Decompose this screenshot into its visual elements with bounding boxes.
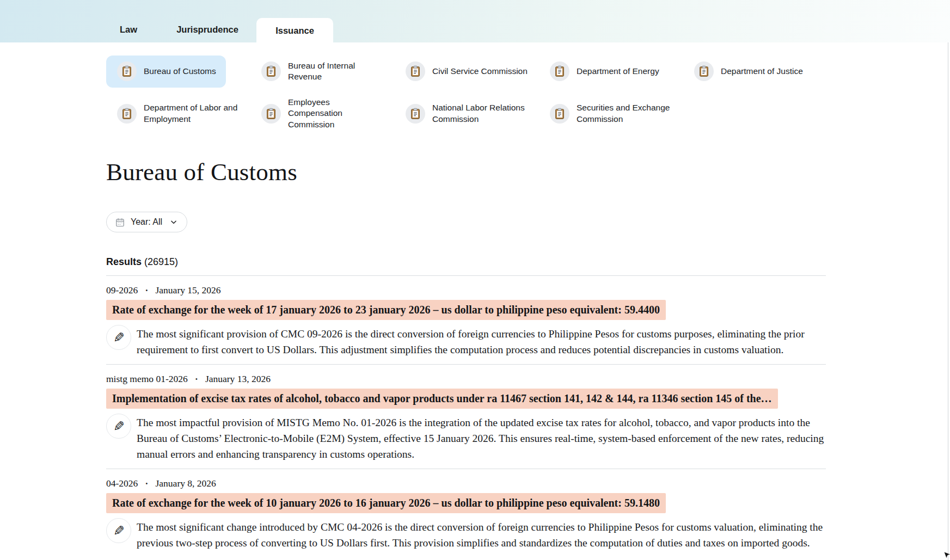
- agency-label: Bureau of Customs: [144, 66, 216, 77]
- results-list: 09-2026 • January 15, 2026 Rate of excha…: [106, 275, 826, 557]
- clipboard-icon: [261, 104, 281, 124]
- clipboard-icon: [406, 61, 425, 81]
- clipboard-icon: [550, 104, 569, 124]
- bullet-separator: •: [195, 376, 198, 383]
- bullet-separator: •: [145, 287, 148, 294]
- result-date: January 13, 2026: [205, 373, 271, 385]
- agency-item-department-of-justice[interactable]: Department of Justice: [683, 56, 813, 88]
- bullet-separator: •: [145, 481, 148, 487]
- clipboard-icon: [550, 61, 569, 81]
- result-item: 04-2026 • January 8, 2026 Rate of exchan…: [106, 469, 826, 557]
- agency-label: Employees Compensation Commission: [288, 97, 385, 130]
- result-title-link[interactable]: Rate of exchange for the week of 17 janu…: [106, 300, 666, 320]
- agency-item-department-of-energy[interactable]: Department of Energy: [539, 56, 669, 88]
- agency-label: Department of Energy: [577, 66, 659, 77]
- agency-item-department-of-labor-and-employment[interactable]: Department of Labor and Employment: [106, 92, 250, 135]
- main-content: Bureau of Customs Year: All Results (269…: [106, 158, 826, 557]
- year-filter-label: Year: All: [131, 217, 162, 227]
- top-tab-bar: Law Jurisprudence Issuance: [0, 0, 950, 42]
- result-date: January 15, 2026: [156, 285, 221, 296]
- result-title-link[interactable]: Implementation of excise tax rates of al…: [106, 389, 778, 409]
- chevron-down-icon: [170, 218, 177, 226]
- result-header: mistg memo 01-2026 • January 13, 2026: [106, 373, 826, 385]
- calendar-icon: [115, 217, 125, 227]
- result-number: 04-2026: [106, 478, 138, 489]
- result-summary-row: ✎ The most impactful provision of MISTG …: [106, 414, 826, 462]
- results-label: Results: [106, 256, 142, 267]
- clipboard-icon: [694, 61, 714, 81]
- clipboard-icon: [406, 104, 425, 124]
- tab-issuance[interactable]: Issuance: [256, 18, 333, 43]
- clipboard-icon: [117, 61, 137, 81]
- agency-label: National Labor Relations Commission: [432, 102, 529, 125]
- agency-label: Civil Service Commission: [432, 66, 528, 77]
- agency-label: Securities and Exchange Commission: [577, 102, 673, 125]
- pen-icon: ✎: [106, 414, 131, 439]
- result-item: mistg memo 01-2026 • January 13, 2026 Im…: [106, 365, 826, 469]
- result-header: 04-2026 • January 8, 2026: [106, 478, 826, 489]
- year-filter-dropdown[interactable]: Year: All: [106, 212, 187, 232]
- agency-item-national-labor-relations-commission[interactable]: National Labor Relations Commission: [395, 92, 539, 135]
- clipboard-icon: [261, 61, 281, 81]
- results-count: (26915): [144, 256, 178, 267]
- agency-item-employees-compensation-commission[interactable]: Employees Compensation Commission: [250, 92, 395, 135]
- agency-label: Department of Justice: [721, 66, 803, 77]
- result-header: 09-2026 • January 15, 2026: [106, 285, 826, 296]
- results-count-line: Results (26915): [106, 256, 826, 268]
- result-summary-row: ✎ The most significant provision of CMC …: [106, 325, 826, 358]
- result-number: 09-2026: [106, 285, 138, 296]
- result-number: mistg memo 01-2026: [106, 373, 188, 385]
- result-date: January 8, 2026: [156, 478, 216, 489]
- tab-law[interactable]: Law: [109, 24, 148, 35]
- scrollbar[interactable]: [948, 42, 950, 560]
- result-summary-row: ✎ The most significant change introduced…: [106, 518, 826, 551]
- result-summary: The most significant change introduced b…: [137, 518, 826, 551]
- pen-icon: ✎: [106, 325, 131, 350]
- agency-grid: Bureau of Customs Bureau of Internal Rev…: [106, 56, 950, 135]
- pen-icon: ✎: [106, 518, 131, 543]
- result-summary: The most significant provision of CMC 09…: [137, 325, 826, 358]
- tab-jurisprudence[interactable]: Jurisprudence: [164, 24, 251, 35]
- agency-item-bureau-of-internal-revenue[interactable]: Bureau of Internal Revenue: [250, 56, 395, 88]
- agency-item-bureau-of-customs[interactable]: Bureau of Customs: [106, 56, 226, 88]
- result-summary: The most impactful provision of MISTG Me…: [137, 414, 826, 462]
- agency-label: Bureau of Internal Revenue: [288, 60, 385, 83]
- clipboard-icon: [117, 104, 137, 124]
- agency-label: Department of Labor and Employment: [144, 102, 241, 125]
- mouse-cursor: [943, 551, 950, 560]
- agency-item-civil-service-commission[interactable]: Civil Service Commission: [395, 56, 537, 88]
- page-title: Bureau of Customs: [106, 158, 826, 186]
- result-title-link[interactable]: Rate of exchange for the week of 10 janu…: [106, 493, 666, 513]
- result-item: 09-2026 • January 15, 2026 Rate of excha…: [106, 276, 826, 365]
- agency-item-securities-and-exchange-commission[interactable]: Securities and Exchange Commission: [539, 92, 683, 135]
